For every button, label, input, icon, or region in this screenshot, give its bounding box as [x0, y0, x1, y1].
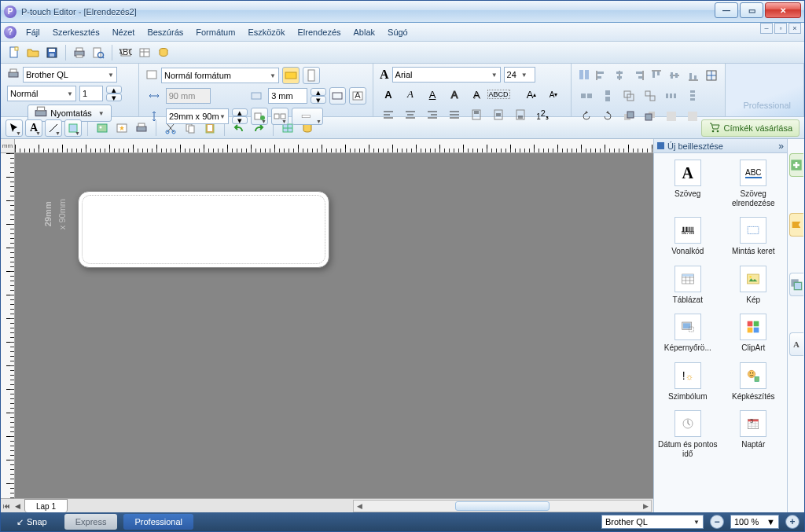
sheet-first-button[interactable]: ⏮ [1, 500, 12, 512]
grid-button[interactable] [684, 108, 701, 125]
rotate-left-button[interactable] [578, 108, 595, 125]
menu-view[interactable]: Nézet [106, 25, 142, 39]
insert-textlayout-item[interactable]: ABCSzöveg elrendezése [722, 160, 786, 207]
insert-symbol-item[interactable]: !☼Szimbólum [656, 362, 720, 402]
insert-image-item[interactable]: Kép [722, 266, 786, 305]
print-preview-button[interactable] [90, 44, 107, 61]
copies-input[interactable]: 1 [79, 86, 103, 101]
font-shrink-button[interactable]: A▾ [545, 86, 562, 103]
group-button[interactable] [620, 87, 638, 105]
stack-v-button[interactable] [599, 87, 616, 105]
insert-imagecreate-item[interactable]: Képkészítés [722, 362, 786, 402]
menu-layout[interactable]: Elrendezés [291, 25, 347, 39]
insert-frame-item[interactable]: Mintás keret [722, 217, 786, 256]
size-down-button[interactable]: ▾ [232, 116, 248, 124]
mdi-minimize-button[interactable]: – [760, 23, 773, 34]
orientation-portrait-button[interactable] [303, 67, 320, 84]
valign-mid-button[interactable] [490, 106, 507, 123]
orientation-landscape-button[interactable] [282, 67, 300, 84]
side-panel-more-icon[interactable]: » [778, 141, 784, 152]
rail-tab-text[interactable]: A [789, 332, 803, 356]
mdi-restore-button[interactable]: ▫ [774, 23, 787, 34]
stack-h-button[interactable] [578, 87, 595, 105]
insert-barcode-item[interactable]: 4567890Vonalkód [656, 217, 720, 256]
menu-format[interactable]: Formátum [189, 25, 241, 39]
paper-margin-input[interactable]: 3 mm [268, 88, 307, 104]
length-button[interactable]: ▼ [292, 108, 323, 125]
valign-top-button[interactable] [468, 106, 485, 123]
bold-button[interactable]: A [380, 86, 397, 103]
app-menu-icon[interactable]: ? [4, 26, 17, 39]
label-object[interactable] [78, 191, 329, 268]
insert-text-item[interactable]: ASzöveg [656, 160, 720, 207]
hscroll-right-button[interactable]: ▶ [640, 501, 651, 512]
align-obj-left-button[interactable] [594, 67, 608, 84]
align-obj-center-button[interactable] [612, 67, 627, 84]
print-mode-select[interactable]: Normál▼ [7, 86, 76, 101]
line-tool-button[interactable]: ▼ [45, 119, 62, 137]
frame-text-button[interactable]: A [349, 87, 366, 105]
menu-window[interactable]: Ablak [347, 25, 382, 39]
align-obj-right-button[interactable] [631, 67, 645, 84]
text-tool-button2[interactable]: A▼ [25, 119, 42, 137]
font-name-select[interactable]: Arial▼ [392, 67, 501, 83]
menu-help[interactable]: Súgó [381, 25, 414, 39]
mdi-close-button[interactable]: × [788, 23, 801, 34]
insert-table-item[interactable]: Táblázat [656, 266, 720, 305]
lock-button[interactable] [663, 108, 680, 125]
status-printer-select[interactable]: Brother QL▼ [601, 515, 704, 529]
save-button[interactable] [43, 44, 61, 61]
zoom-value-select[interactable]: 100 %▼ [730, 515, 779, 529]
align-obj-bot-button[interactable] [686, 67, 700, 84]
insert-datetime-item[interactable]: Dátum és pontos idő [656, 410, 720, 458]
insert-clipart-item[interactable]: ClipArt [722, 314, 786, 353]
frame-rect-button[interactable] [329, 87, 347, 105]
shadow-button[interactable]: A [468, 86, 485, 103]
paper-width-input[interactable]: 90 mm [166, 88, 211, 104]
align-left-button[interactable] [380, 106, 397, 123]
hscroll-left-button[interactable]: ◀ [354, 501, 365, 512]
mode-professional-button[interactable]: Professional [123, 514, 193, 530]
canvas[interactable]: 29mmx 90mm [15, 153, 653, 498]
paper-format-select[interactable]: Normál formátum▼ [161, 68, 279, 83]
feed-button[interactable]: ▼ [251, 108, 268, 125]
sheet-prev-button[interactable]: ◀ [12, 500, 23, 512]
pointer-tool-button[interactable]: ▼ [6, 119, 23, 137]
font-grow-button[interactable]: A▴ [523, 86, 540, 103]
align-right-button[interactable] [424, 106, 441, 123]
align-obj-mid-button[interactable] [667, 67, 682, 84]
font-size-select[interactable]: 24▼ [504, 67, 535, 83]
align-justify-button[interactable] [446, 106, 463, 123]
rail-tab-properties[interactable] [789, 213, 803, 237]
mode-express-button[interactable]: Express [64, 514, 118, 530]
italic-button[interactable]: A [402, 86, 419, 103]
menu-insert[interactable]: Beszúrás [141, 25, 189, 39]
rotate-right-button[interactable] [599, 108, 616, 125]
bring-front-button[interactable] [620, 108, 638, 125]
window-close-button[interactable]: ✕ [765, 2, 801, 18]
side-panel-header[interactable]: Új beillesztése » [654, 139, 787, 153]
printer-select[interactable]: Brother QL▼ [23, 67, 117, 83]
underline-button[interactable]: A [424, 86, 441, 103]
window-maximize-button[interactable]: ▭ [740, 2, 763, 18]
sheet-tab-1[interactable]: Lap 1 [24, 499, 68, 512]
new-button[interactable] [6, 44, 23, 61]
distribute-button[interactable] [704, 67, 719, 84]
dist-h-button[interactable] [663, 87, 680, 105]
menu-edit[interactable]: Szerkesztés [46, 25, 106, 39]
dist-v-button[interactable] [684, 87, 701, 105]
frame-button[interactable]: ABCD [490, 86, 507, 103]
rail-tab-insert[interactable] [789, 153, 803, 177]
align-center-button[interactable] [402, 106, 419, 123]
margin-down-button[interactable]: ▾ [311, 96, 326, 104]
horizontal-scrollbar[interactable]: ◀ ▶ [353, 500, 652, 512]
insert-screenshot-item[interactable]: Képernyőrö... [656, 314, 720, 353]
text-tool-button[interactable]: ABC [117, 44, 134, 61]
mode-snap-button[interactable]: ↙Snap [6, 514, 58, 530]
open-button[interactable] [24, 44, 42, 61]
zoom-out-button[interactable]: − [710, 515, 724, 529]
copies-down-button[interactable]: ▾ [106, 94, 122, 101]
insert-calendar-item[interactable]: 3Naptár [722, 410, 786, 458]
paper-size-select[interactable]: 29mm x 90m▼ [166, 108, 229, 124]
hscroll-thumb[interactable] [455, 501, 550, 511]
